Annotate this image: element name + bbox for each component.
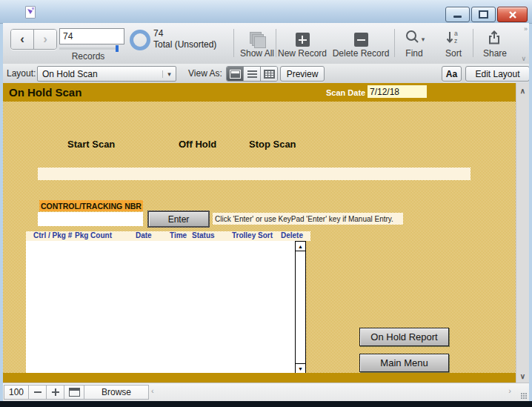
formatting-bar-button[interactable]: Aa bbox=[442, 66, 462, 82]
close-button[interactable] bbox=[497, 7, 528, 22]
layout-dropdown-value: On Hold Scan bbox=[38, 69, 162, 79]
delete-record-button[interactable]: Delete Record bbox=[332, 27, 390, 59]
col-date: Date bbox=[136, 231, 152, 239]
list-view-button[interactable] bbox=[243, 67, 260, 81]
edit-layout-button[interactable]: Edit Layout bbox=[465, 66, 529, 82]
close-icon bbox=[508, 10, 517, 19]
zoom-controls: 100 Browse bbox=[4, 385, 149, 400]
control-tracking-input[interactable] bbox=[38, 212, 143, 226]
layout-canvas: On Hold Scan Scan Date Start Scan Off Ho… bbox=[3, 83, 516, 383]
page-title: On Hold Scan bbox=[9, 86, 82, 99]
view-as-label: View As: bbox=[188, 68, 222, 79]
chevron-left-icon[interactable]: ‹ bbox=[151, 386, 154, 395]
scroll-up-icon[interactable]: ∧ bbox=[516, 85, 529, 96]
delete-record-icon bbox=[354, 33, 368, 47]
restore-icon bbox=[479, 10, 488, 19]
scan-date-label: Scan Date bbox=[326, 88, 365, 97]
table-header-row: Ctrl / Pkg # Pkg Count Date Time Status … bbox=[26, 231, 310, 241]
record-navigation: ‹ › bbox=[10, 29, 57, 50]
find-icon bbox=[404, 29, 422, 47]
record-slider[interactable] bbox=[59, 47, 119, 50]
window-vertical-scrollbar[interactable]: ∧ ∨ bbox=[516, 83, 529, 383]
toolbar-separator bbox=[473, 29, 473, 57]
share-button[interactable]: Share bbox=[477, 27, 513, 59]
app-frame: ‹ › Records 74 Total (Unsorted) Show All… bbox=[3, 23, 529, 401]
off-hold-button[interactable]: Off Hold bbox=[174, 138, 221, 150]
window-controls bbox=[445, 7, 528, 22]
portal-scrollbar[interactable]: ▲ ▼ bbox=[295, 241, 306, 374]
zoom-out-button[interactable] bbox=[28, 385, 47, 400]
status-toolbar: ‹ › Records 74 Total (Unsorted) Show All… bbox=[3, 23, 529, 64]
layout-content: On Hold Scan Scan Date Start Scan Off Ho… bbox=[3, 83, 529, 383]
col-pkg-count: Pkg Count bbox=[75, 231, 112, 239]
new-record-button[interactable]: New Record bbox=[278, 27, 327, 59]
scan-list-portal[interactable]: ▲ ▼ bbox=[26, 241, 306, 374]
portal-scroll-down-icon[interactable]: ▼ bbox=[296, 363, 305, 373]
minimize-icon bbox=[453, 16, 462, 18]
toolbar-separator bbox=[233, 29, 234, 57]
table-view-icon bbox=[264, 70, 275, 79]
col-delete: Delete bbox=[281, 231, 303, 239]
total-label: Total (Unsorted) bbox=[153, 39, 216, 50]
svg-text:a: a bbox=[454, 30, 458, 37]
start-scan-button[interactable]: Start Scan bbox=[63, 138, 119, 150]
app-window: ‹ › Records 74 Total (Unsorted) Show All… bbox=[0, 0, 532, 407]
toolbar-toggle-icon bbox=[69, 388, 80, 397]
col-trolley-sort: Trolley Sort bbox=[232, 231, 273, 239]
table-view-button[interactable] bbox=[260, 67, 277, 81]
chevron-down-icon: ▾ bbox=[162, 70, 176, 78]
on-hold-report-button[interactable]: On Hold Report bbox=[359, 328, 449, 346]
toolbar-separator bbox=[394, 29, 395, 57]
preview-button[interactable]: Preview bbox=[280, 66, 325, 82]
new-record-icon bbox=[296, 33, 310, 47]
zoom-in-button[interactable] bbox=[46, 385, 64, 400]
layout-body: Start Scan Off Hold Stop Scan CONTROL/TR… bbox=[3, 102, 516, 373]
col-status: Status bbox=[192, 231, 215, 239]
resize-grip[interactable] bbox=[521, 393, 527, 399]
zoom-level[interactable]: 100 bbox=[4, 385, 29, 400]
find-button[interactable]: ▾ Find bbox=[396, 27, 432, 59]
form-view-button[interactable] bbox=[227, 67, 243, 81]
current-record-input[interactable] bbox=[59, 28, 124, 44]
layout-bar: Layout: On Hold Scan ▾ View As: Preview … bbox=[3, 64, 529, 84]
found-set-donut-icon[interactable] bbox=[130, 30, 150, 50]
toolbar-overflow-icon[interactable]: » bbox=[524, 25, 527, 33]
scroll-down-icon[interactable]: ∨ bbox=[516, 370, 529, 382]
toolbar-separator bbox=[276, 29, 276, 57]
layout-label: Layout: bbox=[7, 68, 36, 79]
filemaker-document-icon bbox=[25, 6, 36, 19]
share-icon bbox=[486, 29, 504, 47]
scan-date-field[interactable] bbox=[368, 85, 427, 98]
toolbar-collapse-icon[interactable]: ∨ bbox=[521, 55, 526, 62]
form-view-icon bbox=[230, 70, 241, 79]
zoom-out-icon bbox=[34, 391, 41, 393]
sort-button[interactable]: az Sort bbox=[437, 27, 470, 59]
minimize-button[interactable] bbox=[445, 7, 470, 22]
previous-record-button[interactable]: ‹ bbox=[11, 30, 33, 49]
control-tracking-label: CONTROL/TRACKING NBR bbox=[39, 200, 143, 211]
svg-text:z: z bbox=[454, 37, 457, 44]
window-bottom-border bbox=[0, 401, 532, 407]
records-label: Records bbox=[47, 51, 129, 62]
enter-hint-text: Click 'Enter' or use KeyPad 'Enter' key … bbox=[213, 213, 403, 225]
scan-entry-field[interactable] bbox=[38, 168, 471, 180]
zoom-in-icon bbox=[52, 388, 59, 396]
find-dropdown-caret[interactable]: ▾ bbox=[422, 36, 425, 43]
total-count: 74 bbox=[153, 28, 163, 39]
enter-button[interactable]: Enter bbox=[147, 211, 210, 228]
main-menu-button[interactable]: Main Menu bbox=[359, 354, 449, 372]
chevron-right-icon[interactable]: › bbox=[508, 386, 511, 395]
sort-icon: az bbox=[445, 29, 462, 47]
restore-button[interactable] bbox=[471, 7, 496, 22]
stop-scan-button[interactable]: Stop Scan bbox=[245, 138, 301, 150]
title-bar[interactable] bbox=[0, 0, 532, 24]
mode-selector[interactable]: Browse bbox=[84, 385, 149, 400]
portal-scroll-up-icon[interactable]: ▲ bbox=[296, 242, 305, 251]
layout-dropdown[interactable]: On Hold Scan ▾ bbox=[37, 66, 176, 82]
next-record-button[interactable]: › bbox=[33, 30, 56, 49]
toolbar-toggle-button[interactable] bbox=[64, 385, 84, 400]
col-time: Time bbox=[170, 231, 187, 239]
layout-header: On Hold Scan Scan Date bbox=[3, 83, 516, 102]
view-as-segmented-control bbox=[226, 66, 278, 82]
bottom-status-bar: 100 Browse ‹ › bbox=[3, 383, 529, 401]
